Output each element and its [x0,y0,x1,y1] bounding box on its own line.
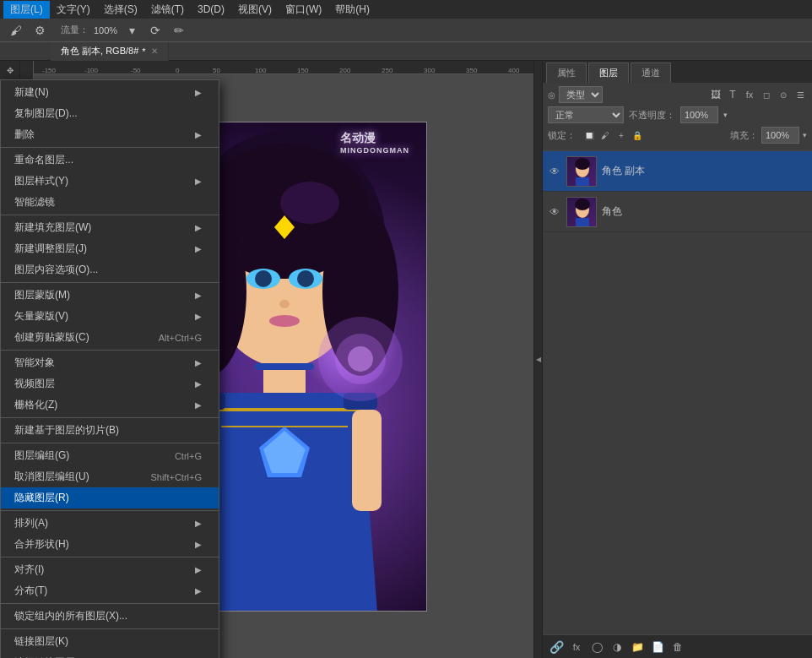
menu-item-filter[interactable]: 滤镜(T) [144,1,191,19]
svg-text:-100: -100 [84,67,99,74]
lock-artboard[interactable]: 🔒 [631,128,644,142]
tab-active[interactable]: 角色 副本, RGB/8# * ✕ [51,42,169,61]
svg-point-44 [348,346,373,372]
menu-item-text[interactable]: 文字(Y) [50,1,97,19]
arrow-icon-2: ▶ [195,130,202,139]
svg-point-47 [575,158,590,170]
menu-smart-object[interactable]: 智能对象 ▶ [1,352,219,373]
flow-label: 流量： [61,24,89,36]
menu-new-fill-layer[interactable]: 新建填充图层(W) ▶ [1,217,219,238]
layer-link-icon[interactable]: 🔗 [549,640,563,654]
fill-label: 填充： [730,129,758,142]
opacity-dropdown-icon[interactable]: ▾ [723,111,728,119]
fill-input[interactable] [761,127,799,144]
tab-channels[interactable]: 通道 [631,63,671,83]
type-select[interactable]: 类型 [559,86,603,103]
layer-item-original[interactable]: 👁 角色 [543,192,812,232]
icon-text[interactable]: T [726,88,739,101]
menu-item-help[interactable]: 帮助(H) [328,1,376,19]
layer-folder-icon[interactable]: 📁 [631,640,644,654]
icon-select[interactable]: ⊙ [777,88,790,101]
menu-layer-mask[interactable]: 图层蒙版(M) ▶ [1,285,219,306]
menu-item-window[interactable]: 窗口(W) [279,1,328,19]
blend-row: 正常 不透明度： ▾ [548,106,807,123]
layer-adjustment-icon[interactable]: ◑ [610,640,624,654]
arrow-icon-14: ▶ [195,586,202,595]
icon-img[interactable]: 🖼 [709,88,723,101]
menu-distribute[interactable]: 分布(T) ▶ [1,580,219,601]
layer-visibility-copy[interactable]: 👁 [548,165,561,178]
menu-new-layer-based-slice[interactable]: 新建基于图层的切片(B) [1,420,219,441]
tab-close-icon[interactable]: ✕ [151,46,158,56]
tool-icon-2[interactable]: ✏ [170,21,188,40]
menu-section-8: 排列(A) ▶ 合并形状(H) ▶ [1,511,219,557]
layer-visibility-original[interactable]: 👁 [548,205,561,219]
menu-smart-filter[interactable]: 智能滤镜 [1,192,219,213]
type-icon: ◎ [548,90,555,100]
tab-bar: 角色 副本, RGB/8# * ✕ [0,42,812,61]
icon-more[interactable]: ☰ [793,88,807,101]
lock-position[interactable]: + [614,128,628,142]
menu-vector-mask[interactable]: 矢量蒙版(V) ▶ [1,306,219,327]
tab-properties[interactable]: 属性 [546,63,587,83]
arrow-icon-5: ▶ [195,244,202,253]
layer-fx-icon[interactable]: fx [570,640,583,654]
fill-dropdown-icon[interactable]: ▾ [803,131,807,139]
layer-dropdown-menu: 新建(N) ▶ 复制图层(D)... 删除 ▶ 重命名图层... 图层样式(Y)… [0,79,219,658]
svg-text:250: 250 [382,67,393,74]
icon-fx[interactable]: fx [743,88,756,101]
layer-item-copy[interactable]: 👁 角色 副本 [543,151,812,192]
menu-duplicate-layer[interactable]: 复制图层(D)... [1,103,219,124]
menu-create-clipping-mask[interactable]: 创建剪贴蒙版(C) Alt+Ctrl+G [1,327,219,348]
layer-new-icon[interactable]: 📄 [651,640,664,654]
arrow-icon: ▶ [195,88,202,97]
layer-delete-icon[interactable]: 🗑 [671,640,685,654]
svg-point-30 [269,315,300,327]
menu-combine-shapes[interactable]: 合并形状(H) ▶ [1,534,219,555]
menu-item-view[interactable]: 视图(V) [231,1,279,19]
menu-rename-layer[interactable]: 重命名图层... [1,150,219,171]
tab-layers[interactable]: 图层 [588,63,629,83]
layer-mask-icon[interactable]: ◯ [590,640,604,654]
menu-delete-layer[interactable]: 删除 ▶ [1,124,219,145]
menu-align[interactable]: 对齐(I) ▶ [1,559,219,580]
layer-thumb-copy [566,156,597,187]
menu-layer-style[interactable]: 图层样式(Y) ▶ [1,171,219,192]
menu-item-layer[interactable]: 图层(L) [3,1,50,19]
menu-arrange[interactable]: 排列(A) ▶ [1,513,219,534]
menu-ungroup-layers[interactable]: 取消图层编组(U) Shift+Ctrl+G [1,466,219,487]
menu-new-adjustment-layer[interactable]: 新建调整图层(J) ▶ [1,238,219,259]
menu-select-linked-layers[interactable]: 选择链接图层(S) [1,652,219,658]
menu-section-7: 图层编组(G) Ctrl+G 取消图层编组(U) Shift+Ctrl+G 隐藏… [1,443,219,511]
menu-link-layers[interactable]: 链接图层(K) [1,631,219,652]
brush-icon[interactable]: 🖌 [7,21,25,40]
ruler-horizontal: -150 -100 -50 0 50 100 150 200 250 300 3… [34,61,533,74]
lock-image[interactable]: 🖌 [598,128,612,142]
settings-icon[interactable]: ⚙ [30,21,49,40]
panel-collapse[interactable]: ◀ [533,61,542,658]
menu-item-3d[interactable]: 3D(D) [191,2,231,17]
menu-item-select[interactable]: 选择(S) [97,1,144,19]
arrow-icon-12: ▶ [195,540,202,549]
menu-section-3: 新建填充图层(W) ▶ 新建调整图层(J) ▶ 图层内容选项(O)... [1,215,219,283]
opacity-input[interactable] [680,106,718,123]
menu-video-layer[interactable]: 视频图层 ▶ [1,373,219,394]
flow-dropdown-icon[interactable]: ▾ [122,21,141,40]
menu-rasterize[interactable]: 栅格化(Z) ▶ [1,394,219,416]
menu-hide-layers[interactable]: 隐藏图层(R) [1,487,219,508]
panel-tabs: 属性 图层 通道 [543,61,812,83]
tool-move[interactable]: ✥ [0,61,19,81]
menu-lock-all-layers-in-group[interactable]: 锁定组内的所有图层(X)... [1,606,219,627]
tool-icon-1[interactable]: ⟳ [146,21,165,40]
lock-transparent[interactable]: 🔲 [582,128,596,142]
svg-text:200: 200 [339,67,351,74]
menu-new-layer[interactable]: 新建(N) ▶ [1,82,219,103]
svg-point-29 [279,300,290,308]
icon-mask[interactable]: ◻ [760,88,773,101]
lock-label: 锁定： [548,129,576,142]
menu-section-5: 智能对象 ▶ 视频图层 ▶ 栅格化(Z) ▶ [1,351,219,418]
svg-text:100: 100 [255,67,267,74]
blend-select[interactable]: 正常 [548,106,624,123]
menu-layer-content-options[interactable]: 图层内容选项(O)... [1,259,219,280]
menu-group-layers[interactable]: 图层编组(G) Ctrl+G [1,445,219,466]
